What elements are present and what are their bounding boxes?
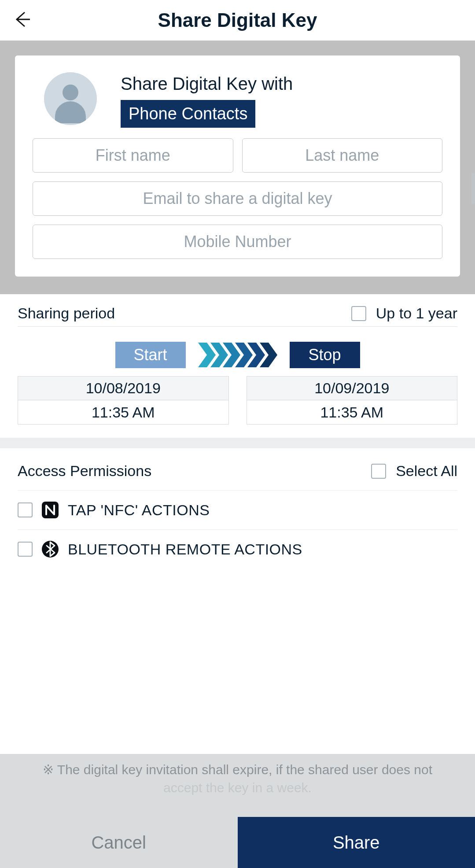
bluetooth-label: BLUETOOTH REMOTE ACTIONS (68, 541, 302, 558)
scroll-indicator (471, 173, 475, 204)
start-date: 10/08/2019 (18, 377, 228, 400)
disclaimer-area: ※ The digital key invitation shall expir… (0, 754, 475, 817)
contact-card: Share Digital Key with Phone Contacts (15, 55, 460, 277)
select-all-label: Select All (396, 462, 457, 480)
stop-pill[interactable]: Stop (290, 342, 360, 368)
sharing-period-section: Sharing period Up to 1 year Start (0, 294, 475, 438)
footer: ※ The digital key invitation shall expir… (0, 754, 475, 868)
bluetooth-checkbox[interactable] (18, 542, 33, 557)
upto-1-year-checkbox[interactable] (351, 306, 366, 321)
nfc-checkbox[interactable] (18, 502, 33, 517)
arrow-chevrons-icon (198, 343, 277, 367)
first-name-field[interactable] (33, 146, 233, 165)
nfc-label: TAP 'NFC' ACTIONS (68, 502, 210, 519)
start-time: 11:35 AM (18, 400, 228, 424)
last-name-field[interactable] (243, 146, 442, 165)
phone-contacts-button[interactable]: Phone Contacts (121, 100, 255, 128)
cancel-button[interactable]: Cancel (0, 817, 238, 868)
bluetooth-icon (41, 540, 59, 558)
permissions-title: Access Permissions (18, 462, 151, 480)
stop-date: 10/09/2019 (247, 377, 457, 400)
start-pill[interactable]: Start (115, 342, 186, 368)
start-datetime[interactable]: 10/08/2019 11:35 AM (18, 376, 229, 425)
stop-datetime[interactable]: 10/09/2019 11:35 AM (247, 376, 458, 425)
contact-card-backdrop: Share Digital Key with Phone Contacts (0, 41, 475, 294)
first-name-field-wrap (33, 138, 233, 173)
back-button[interactable] (12, 10, 32, 31)
app-header: Share Digital Key (0, 0, 475, 41)
permissions-section: Access Permissions Select All TAP 'NFC' … (0, 448, 475, 569)
sharing-period-label: Sharing period (18, 305, 115, 322)
disclaimer-line-1: ※ The digital key invitation shall expir… (43, 762, 432, 777)
section-gap (0, 438, 475, 448)
email-field[interactable] (33, 189, 442, 208)
permission-bluetooth: BLUETOOTH REMOTE ACTIONS (18, 529, 457, 569)
share-button[interactable]: Share (238, 817, 475, 868)
share-with-label: Share Digital Key with (121, 74, 293, 94)
back-arrow-icon (12, 10, 32, 29)
stop-time: 11:35 AM (247, 400, 457, 424)
email-field-wrap (33, 181, 442, 216)
upto-1-year-label: Up to 1 year (376, 305, 457, 322)
permission-nfc: TAP 'NFC' ACTIONS (18, 490, 457, 529)
last-name-field-wrap (242, 138, 443, 173)
mobile-field-wrap (33, 225, 442, 259)
svg-marker-0 (198, 343, 216, 367)
nfc-icon (41, 501, 59, 519)
disclaimer-line-2: accept the key in a week. (163, 780, 312, 795)
mobile-field[interactable] (33, 233, 442, 251)
page-title: Share Digital Key (158, 9, 317, 31)
select-all-checkbox[interactable] (371, 464, 386, 479)
avatar (44, 72, 97, 125)
